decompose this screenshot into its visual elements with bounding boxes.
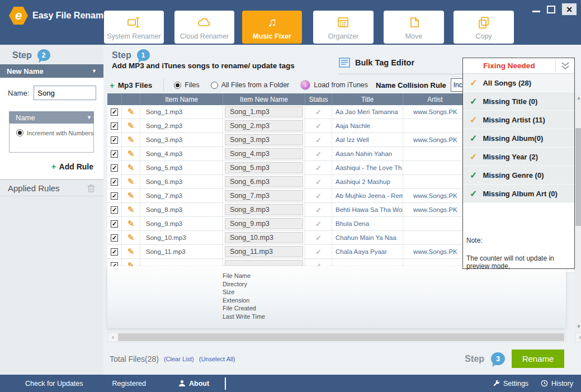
row-checkbox[interactable]: ✓: [111, 164, 118, 172]
check-for-updates-link[interactable]: Check for Updates: [25, 380, 83, 388]
music-note-icon: ♫: [242, 15, 302, 30]
row-checkbox[interactable]: ✓: [111, 178, 118, 186]
fixing-filter-label: All Songs (28): [483, 79, 531, 87]
name-input[interactable]: [34, 86, 96, 100]
item-new-name: Song_8.mp3: [225, 204, 303, 215]
header-status[interactable]: Status: [305, 93, 332, 105]
fixing-filter-item[interactable]: ✓ Missing Title (0): [463, 92, 574, 111]
tab-move[interactable]: Move: [384, 11, 444, 44]
status-check-icon: ✓: [315, 178, 322, 186]
song-title: Aa Jao Meri Tamanna: [336, 108, 398, 115]
header-item-name[interactable]: Item Name: [140, 93, 223, 105]
clear-list-link[interactable]: (Clear List): [164, 356, 194, 362]
file-detail-line: Directory: [223, 280, 566, 289]
row-checkbox[interactable]: ✓: [111, 220, 118, 228]
item-new-name: Song_3.mp3: [225, 134, 303, 145]
edit-pencil-icon[interactable]: ✎: [127, 107, 135, 117]
fixing-needed-title: Fixing Needed: [463, 62, 555, 70]
fixing-filter-item[interactable]: ✓ Missing Album Art (0): [463, 185, 574, 203]
double-chevron-down-icon[interactable]: [555, 60, 574, 72]
edit-pencil-icon[interactable]: ✎: [127, 219, 135, 229]
row-checkbox[interactable]: ✓: [111, 122, 118, 130]
vertical-scrollbar[interactable]: ▲ ▼: [575, 93, 581, 331]
new-name-dropdown[interactable]: New Name ▼: [0, 64, 103, 78]
easy-file-renamer-window: e Easy File Renamer System Renamer Cloud…: [0, 0, 581, 392]
name-rule-dropdown[interactable]: Name ▼: [9, 111, 94, 124]
edit-pencil-icon[interactable]: ✎: [127, 177, 135, 187]
scroll-down-arrow[interactable]: ▼: [575, 322, 581, 331]
file-details-overlay: File NameDirectorySizeExtensionFile Crea…: [107, 266, 566, 328]
all-files-folder-radio[interactable]: All Files from a Folder: [211, 81, 290, 89]
increment-with-numbers-radio[interactable]: Increment with Numbers: [16, 129, 93, 136]
edit-pencil-icon[interactable]: ✎: [127, 205, 135, 215]
tab-cloud-renamer[interactable]: Cloud Renamer: [174, 11, 234, 44]
header-title[interactable]: Title: [332, 93, 403, 105]
edit-pencil-icon[interactable]: ✎: [127, 247, 135, 257]
add-mp3-files-button[interactable]: + Mp3 Files: [103, 81, 152, 90]
file-detail-line: Extension: [223, 296, 566, 305]
close-button[interactable]: ✕: [562, 3, 577, 15]
edit-pencil-icon[interactable]: ✎: [127, 233, 135, 243]
rename-button[interactable]: Rename: [512, 350, 564, 368]
status-check-icon: ✓: [315, 122, 322, 130]
item-name: Song_10.mp3: [146, 234, 186, 241]
header-artist[interactable]: Artist: [403, 93, 467, 105]
header-item-new-name[interactable]: Item New Name: [223, 93, 305, 105]
item-name: Song_6.mp3: [146, 178, 182, 185]
add-rule-button[interactable]: + Add Rule: [8, 153, 96, 173]
minimize-button[interactable]: [532, 11, 540, 12]
edit-pencil-icon[interactable]: ✎: [127, 149, 135, 159]
step-1-badge: 1: [137, 49, 150, 61]
system-renamer-icon: [104, 15, 164, 30]
item-name: Song_7.mp3: [146, 192, 182, 199]
maximize-button[interactable]: [547, 6, 555, 13]
edit-pencil-icon[interactable]: ✎: [127, 135, 135, 145]
fixing-needed-header: Fixing Needed: [463, 58, 574, 74]
fixing-filter-item[interactable]: ✓ Missing Genre (0): [463, 166, 574, 185]
fixing-filter-item[interactable]: ✓ Missing Year (2): [463, 148, 574, 166]
scroll-right-arrow[interactable]: ›: [575, 332, 581, 342]
song-title: Aaja Nachle: [336, 122, 370, 129]
item-new-name: Song_10.mp3: [225, 232, 303, 243]
row-checkbox[interactable]: ✓: [111, 206, 118, 214]
tab-system-renamer[interactable]: System Renamer: [104, 11, 164, 44]
edit-pencil-icon[interactable]: ✎: [127, 191, 135, 201]
fixing-filter-item[interactable]: ✓ All Songs (28): [463, 74, 574, 92]
unselect-all-link[interactable]: (Unselect All): [199, 356, 235, 362]
vertical-scroll-thumb[interactable]: [575, 128, 581, 226]
horizontal-scroll-thumb[interactable]: [118, 333, 564, 341]
horizontal-scrollbar[interactable]: ‹: [107, 332, 566, 342]
name-field-label: Name:: [8, 89, 29, 97]
row-checkbox[interactable]: ✓: [111, 136, 118, 144]
fixing-filter-label: Missing Year (2): [483, 153, 538, 161]
song-title: Ab Mujhko Jeena - Remix: [336, 192, 403, 199]
files-radio[interactable]: Files: [174, 81, 199, 89]
fixing-filter-item[interactable]: ✓ Missing Artist (11): [463, 111, 574, 129]
tab-label: Move: [405, 32, 423, 40]
tab-label: System Renamer: [107, 32, 161, 40]
bulk-tag-editor-button[interactable]: Bulk Tag Editor: [338, 57, 467, 74]
row-checkbox[interactable]: ✓: [111, 248, 118, 256]
row-checkbox[interactable]: ✓: [111, 108, 118, 116]
fixing-filter-item[interactable]: ✓ Missing Album(0): [463, 129, 574, 148]
tab-organizer[interactable]: Organizer: [313, 11, 374, 44]
edit-pencil-icon[interactable]: ✎: [127, 163, 135, 173]
item-name: Song_8.mp3: [146, 206, 182, 213]
edit-pencil-icon[interactable]: ✎: [127, 121, 135, 131]
row-checkbox[interactable]: ✓: [111, 234, 118, 242]
load-from-itunes-button[interactable]: ♪ Load from iTunes: [300, 80, 368, 90]
row-checkbox[interactable]: ✓: [111, 192, 118, 200]
status-check-icon: ✓: [315, 192, 322, 200]
song-title: Chahun Main Ya Naa: [336, 234, 396, 241]
scroll-left-arrow[interactable]: ‹: [108, 333, 118, 341]
history-button[interactable]: History: [541, 380, 573, 388]
item-new-name: Song_9.mp3: [225, 218, 303, 229]
trash-icon[interactable]: [87, 183, 96, 193]
check-icon: ✓: [470, 133, 477, 144]
row-checkbox[interactable]: ✓: [111, 150, 118, 158]
tab-copy[interactable]: Copy: [454, 11, 514, 44]
tab-music-fixer[interactable]: ♫ Music Fixer: [242, 11, 302, 44]
settings-button[interactable]: Settings: [493, 380, 528, 388]
about-link[interactable]: About: [178, 380, 209, 388]
scroll-up-arrow[interactable]: ▲: [575, 93, 581, 102]
